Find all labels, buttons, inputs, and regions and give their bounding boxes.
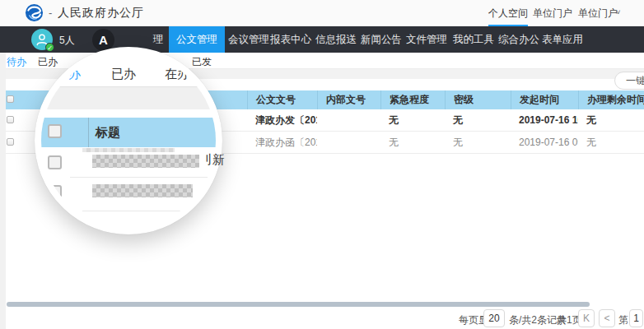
- magnifier-content: 待办 已办 在办 标题: [41, 53, 216, 228]
- cell-secrecy: 无: [445, 109, 511, 132]
- user-count-label: 5人: [59, 34, 75, 48]
- cell-internal-no: [317, 109, 380, 132]
- mag-row-checkbox: [48, 185, 62, 199]
- cell-urgency: 无: [380, 132, 445, 154]
- cell-secrecy: 无: [445, 132, 511, 154]
- left-gutter: [0, 53, 6, 329]
- divider: [88, 118, 89, 147]
- online-check-icon: ✓: [45, 43, 54, 52]
- mosaic-blurred-title: [92, 184, 193, 197]
- cell-internal-no: [317, 132, 380, 154]
- app-window: - 人民政府办公厅 个人空间 单位门户 单位门户 ∨ ✓ 5人 A 理 公文管理…: [0, 0, 644, 329]
- cell-start-time: 2019-07-16 10:10: [511, 109, 578, 132]
- cell-remaining: 无: [578, 109, 644, 132]
- portal-tab-personal-space[interactable]: 个人空间: [488, 7, 528, 21]
- page-title: 人民政府办公厅: [58, 6, 144, 21]
- nav-item-general-office[interactable]: 综合办公: [498, 26, 539, 53]
- cell-doc-no: 津政办发〔2019...: [247, 109, 317, 132]
- tab-sent-fragment[interactable]: 已发: [192, 55, 212, 69]
- tab-done[interactable]: 已办: [38, 55, 58, 69]
- row-checkbox[interactable]: [7, 116, 14, 123]
- col-urgency: 紧急程度: [380, 90, 445, 109]
- mag-toolbar-band: [41, 87, 216, 109]
- one-key-button[interactable]: 一键: [614, 72, 644, 90]
- nav-item-report-center[interactable]: 报表中心: [270, 26, 311, 53]
- nav-item-my-tools[interactable]: 我的工具: [453, 26, 494, 53]
- per-page-input[interactable]: 20: [483, 309, 505, 327]
- cell-start-time: 2019-07-16 09:00: [511, 132, 578, 154]
- gov-logo-icon: [25, 3, 44, 22]
- main-menubar: ✓ 5人 A 理 公文管理 会议管理 报表中心 信息报送 新闻公告 文件管理 我…: [0, 26, 644, 53]
- nav-item-form-app[interactable]: 表单应用: [542, 26, 583, 53]
- col-internal-no: 内部文号: [317, 90, 380, 109]
- portal-tab-unit-portal-1[interactable]: 单位门户: [533, 7, 572, 21]
- cell-doc-no: 津政办函〔2019...: [247, 132, 317, 154]
- title-visible-fragment: 刂新: [200, 152, 225, 168]
- first-page-button[interactable]: K: [578, 309, 595, 327]
- mag-table-header: 标题: [41, 118, 216, 147]
- col-doc-no: 公文文号: [247, 90, 317, 109]
- cell-urgency: 无: [380, 109, 445, 132]
- brand-dash: -: [49, 7, 52, 19]
- mag-select-all-checkbox: [48, 124, 62, 138]
- page-number-input[interactable]: 1: [629, 309, 643, 327]
- nav-item-file-mgmt[interactable]: 文件管理: [406, 26, 447, 53]
- cell-remaining: 无: [578, 132, 644, 154]
- magnifier-overlay: 待办 已办 在办 标题: [35, 47, 222, 234]
- mosaic-blur-strip: [82, 148, 175, 152]
- mag-col-title: 标题: [96, 125, 120, 141]
- mag-tab-done: 已办: [111, 67, 136, 82]
- chevron-down-icon[interactable]: ∨: [615, 8, 621, 16]
- top-bar: - 人民政府办公厅 个人空间 单位门户 单位门户 ∨: [0, 0, 644, 26]
- mosaic-blurred-title: [92, 155, 199, 168]
- nav-item-hidden-fragment: 理: [153, 33, 164, 47]
- mag-tab-doing: 在办: [165, 67, 189, 82]
- divider: [82, 211, 202, 211]
- tab-todo[interactable]: 待办: [7, 55, 26, 69]
- col-remaining-time: 办理剩余时间: [578, 90, 644, 109]
- nav-item-meeting-mgmt[interactable]: 会议管理: [228, 26, 269, 53]
- nav-item-info-submit[interactable]: 信息报送: [315, 26, 357, 53]
- nav-item-document-mgmt[interactable]: 公文管理: [169, 26, 225, 53]
- col-start-time: 发起时间: [511, 90, 578, 109]
- prev-page-button[interactable]: <: [599, 309, 615, 327]
- page-prefix-label: 第: [618, 313, 628, 327]
- nav-item-news-notice[interactable]: 新闻公告: [361, 26, 402, 53]
- row-checkbox[interactable]: [7, 138, 14, 146]
- user-avatar[interactable]: ✓: [31, 29, 53, 50]
- portal-tab-unit-portal-2[interactable]: 单位门户: [578, 7, 618, 21]
- col-secrecy: 密级: [445, 90, 511, 109]
- mag-row-checkbox: [48, 155, 62, 169]
- divider: [70, 177, 216, 178]
- select-all-checkbox[interactable]: [7, 95, 14, 103]
- horizontal-scrollbar[interactable]: [7, 302, 590, 307]
